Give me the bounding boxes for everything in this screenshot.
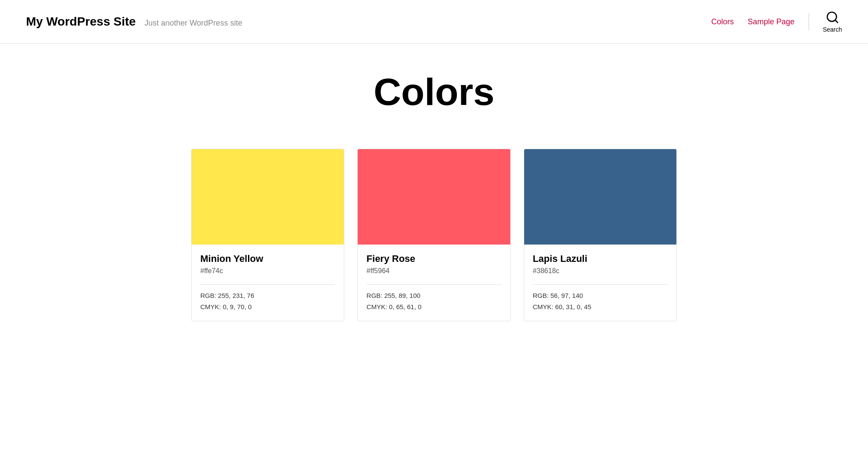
site-header: My WordPress Site Just another WordPress… xyxy=(0,0,868,44)
color-swatch xyxy=(524,149,676,245)
color-card: Lapis Lazuli #38618c RGB: 56, 97, 140 CM… xyxy=(524,149,677,321)
color-swatch xyxy=(192,149,344,245)
color-swatch xyxy=(358,149,510,245)
color-rgb: RGB: 255, 231, 76 xyxy=(200,290,335,301)
search-label: Search xyxy=(823,26,842,33)
color-hex: #ffe74c xyxy=(200,267,335,275)
page-title: Colors xyxy=(191,70,677,114)
color-card: Minion Yellow #ffe74c RGB: 255, 231, 76 … xyxy=(191,149,344,321)
site-title[interactable]: My WordPress Site xyxy=(26,15,136,29)
site-tagline: Just another WordPress site xyxy=(144,19,242,28)
color-name: Lapis Lazuli xyxy=(533,253,668,264)
color-info: Minion Yellow #ffe74c xyxy=(192,245,344,279)
color-grid: Minion Yellow #ffe74c RGB: 255, 231, 76 … xyxy=(191,149,677,321)
color-hex: #38618c xyxy=(533,267,668,275)
color-values: RGB: 255, 231, 76 CMYK: 0, 9, 70, 0 xyxy=(192,285,344,321)
color-card: Fiery Rose #ff5964 RGB: 255, 89, 100 CMY… xyxy=(357,149,510,321)
color-name: Minion Yellow xyxy=(200,253,335,264)
color-cmyk: CMYK: 0, 65, 61, 0 xyxy=(366,301,501,313)
color-values: RGB: 56, 97, 140 CMYK: 60, 31, 0, 45 xyxy=(524,285,676,321)
color-name: Fiery Rose xyxy=(366,253,501,264)
search-button[interactable]: Search xyxy=(823,10,842,33)
nav-divider xyxy=(809,13,809,30)
nav-link-sample-page[interactable]: Sample Page xyxy=(748,17,795,26)
color-hex: #ff5964 xyxy=(366,267,501,275)
nav-area: Colors Sample Page Search xyxy=(711,10,842,33)
color-info: Fiery Rose #ff5964 xyxy=(358,245,510,279)
site-branding: My WordPress Site Just another WordPress… xyxy=(26,15,242,29)
color-rgb: RGB: 255, 89, 100 xyxy=(366,290,501,301)
nav-link-colors[interactable]: Colors xyxy=(711,17,734,26)
main-content: Colors Minion Yellow #ffe74c RGB: 255, 2… xyxy=(174,44,694,347)
color-info: Lapis Lazuli #38618c xyxy=(524,245,676,279)
svg-line-1 xyxy=(835,20,838,23)
color-values: RGB: 255, 89, 100 CMYK: 0, 65, 61, 0 xyxy=(358,285,510,321)
search-icon xyxy=(826,10,839,24)
color-rgb: RGB: 56, 97, 140 xyxy=(533,290,668,301)
color-cmyk: CMYK: 0, 9, 70, 0 xyxy=(200,301,335,313)
main-nav: Colors Sample Page xyxy=(711,17,795,26)
color-cmyk: CMYK: 60, 31, 0, 45 xyxy=(533,301,668,313)
